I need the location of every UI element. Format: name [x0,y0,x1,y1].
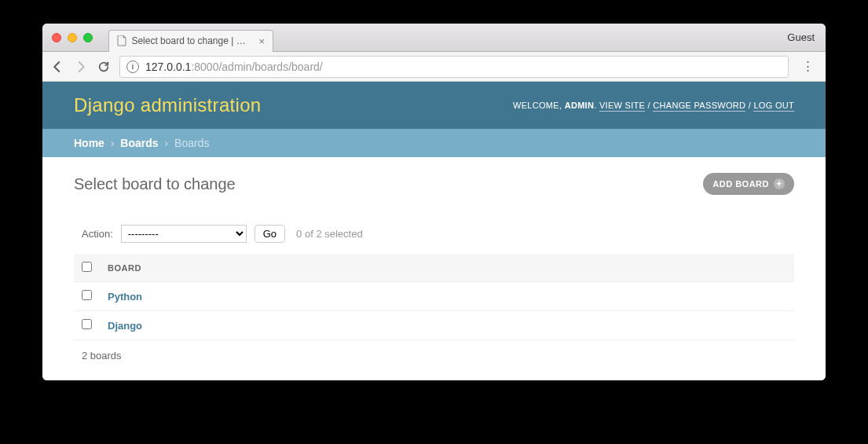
table-row: Python [74,282,794,311]
add-board-label: ADD BOARD [712,179,769,189]
forward-button[interactable] [74,60,88,74]
results-table: BOARD PythonDjango [74,254,794,340]
action-select[interactable]: --------- [121,225,247,243]
breadcrumb-app[interactable]: Boards [120,137,158,149]
changelist-module: Select board to change ADD BOARD + Actio… [42,157,826,380]
row-name-cell: Django [100,311,794,340]
page-heading-row: Select board to change ADD BOARD + [74,173,794,195]
page-title: Select board to change [74,175,236,193]
action-counter: 0 of 2 selected [296,228,363,240]
select-all-header [74,254,100,282]
actions-bar: Action: --------- Go 0 of 2 selected [74,217,794,251]
window-close-button[interactable] [52,33,61,42]
breadcrumb-sep: › [161,137,171,149]
logout-link[interactable]: LOG OUT [753,101,794,112]
site-info-icon[interactable]: i [126,61,139,73]
row-check-cell [74,282,100,311]
row-checkbox[interactable] [82,290,92,300]
welcome-text: WELCOME, [513,101,562,110]
row-name-cell: Python [100,282,794,311]
tab-title: Select board to change | Django [131,35,251,46]
reload-button[interactable] [97,61,110,73]
page-content: Django administration WELCOME, ADMIN. VI… [42,82,826,380]
go-button[interactable]: Go [255,225,285,243]
breadcrumb-home[interactable]: Home [74,137,104,149]
browser-toolbar: i 127.0.0.1:8000/admin/boards/board/ ⋮ [42,52,826,82]
action-label: Action: [82,228,113,240]
row-link[interactable]: Django [108,320,142,332]
browser-menu-button[interactable]: ⋮ [798,58,818,75]
back-button[interactable] [50,60,64,74]
tab-close-icon[interactable]: × [258,35,265,47]
traffic-lights [42,33,93,42]
breadcrumb-current: Boards [174,137,209,149]
titlebar: Select board to change | Django × Guest [42,24,826,52]
breadcrumb-sep: › [108,137,118,149]
browser-tab[interactable]: Select board to change | Django × [108,30,273,52]
url-host: 127.0.0.1 [145,61,191,73]
window-minimize-button[interactable] [68,33,77,42]
change-password-link[interactable]: CHANGE PASSWORD [653,101,745,112]
username: ADMIN [565,101,595,110]
window-maximize-button[interactable] [83,33,93,42]
row-check-cell [74,311,100,340]
browser-window: Select board to change | Django × Guest … [42,24,826,380]
add-board-button[interactable]: ADD BOARD + [703,173,794,195]
select-all-checkbox[interactable] [82,262,92,272]
url-path: :8000/admin/boards/board/ [191,61,322,73]
row-checkbox[interactable] [82,319,92,329]
column-header-board[interactable]: BOARD [100,254,794,282]
breadcrumbs: Home › Boards › Boards [42,129,826,157]
plus-icon: + [774,178,785,189]
url-text: 127.0.0.1:8000/admin/boards/board/ [145,61,323,73]
row-link[interactable]: Python [108,291,142,303]
paginator: 2 boards [74,340,794,371]
user-tools: WELCOME, ADMIN. VIEW SITE / CHANGE PASSW… [513,101,794,110]
site-title: Django administration [74,94,261,116]
address-bar[interactable]: i 127.0.0.1:8000/admin/boards/board/ [119,56,789,78]
view-site-link[interactable]: VIEW SITE [599,101,645,112]
profile-label[interactable]: Guest [787,31,815,43]
table-row: Django [74,311,794,340]
admin-header: Django administration WELCOME, ADMIN. VI… [42,82,826,129]
page-icon [117,35,126,46]
